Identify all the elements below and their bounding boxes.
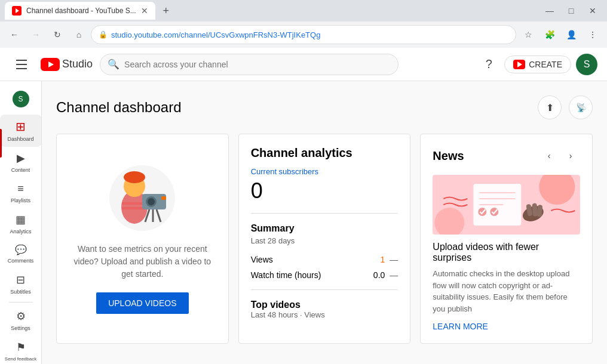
sidebar-item-feedback[interactable]: ⚑ Send feedback — [0, 336, 42, 364]
svg-point-12 — [148, 198, 155, 205]
settings-icon: ⚙ — [16, 310, 26, 323]
comments-icon: 💬 — [15, 244, 27, 255]
browser-nav: ← → ↻ ⌂ 🔒 ☆ 🧩 👤 ⋮ — [0, 21, 607, 48]
app: Studio 🔍 ? CREATE S S — [0, 48, 607, 364]
help-button[interactable]: ? — [478, 54, 499, 75]
upload-button[interactable]: ⬆ — [538, 95, 562, 119]
sidebar-label-subtitles: Subtitles — [10, 289, 31, 295]
analytics-card: Channel analytics Current subscribers 0 … — [238, 134, 411, 344]
new-tab-button[interactable]: + — [158, 2, 174, 19]
news-navigation: ‹ › — [539, 146, 580, 165]
upload-videos-button[interactable]: UPLOAD VIDEOS — [96, 292, 188, 314]
lock-icon: 🔒 — [99, 30, 108, 39]
go-live-icon: 📡 — [576, 103, 586, 112]
forward-button[interactable]: → — [26, 25, 45, 44]
upload-card: Want to see metrics on your recent video… — [56, 134, 229, 344]
main-layout: S ⊞ Dashboard ▶ Content ≡ Playlists ▦ An… — [0, 81, 607, 364]
sidebar-toggle-button[interactable] — [10, 53, 33, 76]
account-avatar[interactable]: S — [576, 54, 597, 75]
news-prev-button[interactable]: ‹ — [539, 146, 559, 165]
summary-divider — [251, 289, 398, 290]
analytics-divider — [251, 213, 398, 214]
views-number: 1 — [381, 255, 385, 264]
studio-text: Studio — [62, 58, 93, 70]
dashboard-icon: ⊞ — [16, 119, 26, 134]
home-button[interactable]: ⌂ — [69, 25, 88, 44]
svg-point-24 — [479, 208, 487, 216]
search-icon: 🔍 — [108, 58, 119, 70]
views-value: 1 — — [381, 255, 398, 264]
page-actions: ⬆ 📡 — [538, 95, 593, 119]
extensions-button[interactable]: 🧩 — [540, 25, 559, 44]
analytics-icon: ▦ — [16, 213, 26, 226]
sidebar-item-channel[interactable]: S — [0, 86, 42, 112]
sidebar-label-content: Content — [11, 167, 30, 173]
news-card: News ‹ › — [420, 134, 593, 344]
bookmark-button[interactable]: ☆ — [519, 25, 538, 44]
browser-tab[interactable]: Channel dashboard - YouTube S... ✕ — [5, 2, 155, 20]
restore-button[interactable]: □ — [562, 1, 581, 20]
address-bar[interactable]: 🔒 — [91, 25, 516, 44]
youtube-studio-logo[interactable]: Studio — [41, 58, 93, 71]
active-indicator — [0, 129, 2, 158]
subscribers-count: 0 — [251, 178, 398, 203]
content-icon: ▶ — [17, 152, 25, 165]
go-live-button[interactable]: 📡 — [569, 95, 593, 119]
minimize-button[interactable]: — — [540, 1, 559, 20]
watchtime-metric-row: Watch time (hours) 0.0 — — [251, 270, 398, 280]
app-header: Studio 🔍 ? CREATE S — [0, 48, 607, 81]
sidebar-label-comments: Comments — [8, 258, 34, 264]
svg-rect-13 — [161, 196, 166, 200]
refresh-button[interactable]: ↻ — [48, 25, 67, 44]
sidebar-item-subtitles[interactable]: ⊟ Subtitles — [0, 269, 42, 300]
upload-card-content: Want to see metrics on your recent video… — [57, 134, 228, 333]
sidebar-item-comments[interactable]: 💬 Comments — [0, 239, 42, 269]
news-article-description: Automatic checks in the desktop upload f… — [433, 268, 580, 314]
news-title: News — [433, 149, 464, 163]
sidebar-label-feedback: Send feedback — [5, 356, 36, 362]
news-header: News ‹ › — [433, 146, 580, 165]
learn-more-button[interactable]: LEARN MORE — [433, 322, 488, 331]
analytics-title: Channel analytics — [251, 146, 398, 160]
address-input[interactable] — [111, 30, 508, 39]
sidebar-item-content[interactable]: ▶ Content — [0, 147, 42, 178]
watchtime-value: 0.0 — — [373, 270, 398, 280]
youtube-logo-icon — [41, 58, 60, 71]
news-next-button[interactable]: › — [561, 146, 580, 165]
profile-button[interactable]: 👤 — [562, 25, 581, 44]
svg-point-9 — [124, 171, 145, 183]
upload-icon: ⬆ — [546, 102, 554, 113]
watchtime-label: Watch time (hours) — [251, 270, 321, 280]
close-button[interactable]: ✕ — [583, 1, 602, 20]
watchtime-dash: — — [390, 270, 398, 280]
sidebar-item-playlists[interactable]: ≡ Playlists — [0, 178, 42, 208]
news-article-image — [433, 175, 580, 235]
create-video-icon — [513, 60, 525, 69]
svg-point-25 — [490, 208, 499, 216]
sidebar-label-analytics: Analytics — [10, 229, 31, 235]
dashboard-grid: Want to see metrics on your recent video… — [56, 134, 593, 344]
page-header: Channel dashboard ⬆ 📡 — [56, 95, 593, 119]
news-illustration — [433, 175, 580, 235]
sidebar-item-settings[interactable]: ⚙ Settings — [0, 305, 42, 336]
content-area: Channel dashboard ⬆ 📡 — [42, 81, 607, 364]
close-tab-button[interactable]: ✕ — [141, 6, 148, 16]
help-icon: ? — [486, 57, 492, 71]
news-card-content: News ‹ › — [421, 134, 592, 343]
back-button[interactable]: ← — [5, 25, 24, 44]
search-bar[interactable]: 🔍 — [100, 54, 398, 75]
playlists-icon: ≡ — [17, 183, 24, 195]
hamburger-icon — [16, 60, 27, 69]
nav-actions: ☆ 🧩 👤 ⋮ — [519, 25, 602, 44]
subscribers-label: Current subscribers — [251, 167, 398, 176]
sidebar-item-analytics[interactable]: ▦ Analytics — [0, 208, 42, 239]
watchtime-number: 0.0 — [373, 270, 385, 280]
subtitles-icon: ⊟ — [16, 273, 25, 286]
menu-dots-button[interactable]: ⋮ — [583, 25, 602, 44]
sidebar-label-dashboard: Dashboard — [7, 136, 33, 142]
create-button[interactable]: CREATE — [504, 55, 571, 73]
search-input[interactable] — [124, 60, 391, 69]
page-title: Channel dashboard — [56, 99, 182, 116]
sidebar-item-dashboard[interactable]: ⊞ Dashboard — [0, 115, 42, 147]
create-label: CREATE — [529, 60, 562, 69]
